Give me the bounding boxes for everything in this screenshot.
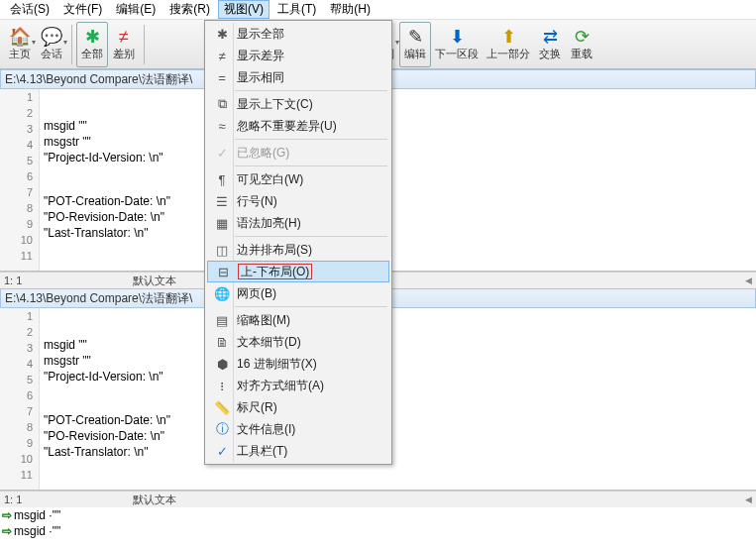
cursor-position-bottom: 1: 1 — [4, 494, 123, 505]
menu-edit[interactable]: 编辑(E) — [110, 1, 162, 18]
session-button[interactable]: 💬 会话▾ — [36, 22, 67, 67]
menu-ignored: ✓已忽略(G) — [207, 142, 389, 164]
menu-webpage[interactable]: 🌐网页(B) — [207, 282, 389, 304]
home-button[interactable]: 🏠 主页▾ — [4, 22, 36, 67]
check-icon: ✓ — [211, 144, 233, 162]
hex-icon: ⬢ — [211, 355, 233, 373]
overunder-icon: ⊟ — [212, 263, 234, 280]
sidebyside-icon: ◫ — [211, 241, 233, 259]
thumb-icon: ▤ — [211, 311, 233, 329]
home-icon: 🏠 — [10, 27, 30, 47]
globe-icon: 🌐 — [211, 284, 233, 302]
menu-session[interactable]: 会话(S) — [4, 1, 55, 18]
whitespace-icon: ¶ — [211, 170, 233, 188]
menu-hex-detail[interactable]: ⬢16 进制细节(X) — [207, 353, 389, 375]
menu-search[interactable]: 搜索(R) — [163, 1, 216, 18]
approx-icon: ≈ — [211, 117, 233, 135]
ruler-icon: 📏 — [211, 398, 233, 416]
up-arrow-icon: ⬆ — [498, 27, 518, 47]
encoding-label-bottom: 默认文本 — [123, 493, 745, 507]
path-text: E:\4.13\Beyond Compare\法语翻译\ — [5, 71, 192, 88]
gutter-bottom: 1234567891011 — [0, 308, 40, 490]
menu-show-all[interactable]: ✱显示全部 — [207, 23, 389, 45]
arrow-icon: ⇨ — [2, 508, 12, 522]
cursor-position: 1: 1 — [4, 275, 123, 286]
down-arrow-icon: ⬇ — [447, 27, 467, 47]
menu-thumbnail[interactable]: ▤缩略图(M) — [207, 309, 389, 331]
menu-file[interactable]: 文件(F) — [57, 1, 108, 18]
view-menu-dropdown: ✱显示全部 ≠显示差异 =显示相同 ⧉显示上下文(C) ≈忽略不重要差异(U) … — [204, 20, 392, 465]
not-equal-icon: ≠ — [114, 27, 134, 47]
menu-toolbars[interactable]: ✓工具栏(T) — [207, 440, 389, 462]
detail-line-2: ⇨msgid ·"" — [0, 523, 756, 539]
arrow-icon: ⇨ — [2, 524, 12, 538]
menu-syntax-highlight[interactable]: ▦语法加亮(H) — [207, 212, 389, 234]
menu-over-under[interactable]: ⊟上-下布局(O) — [207, 261, 389, 282]
check-icon: ✓ — [211, 442, 233, 460]
detail-pane: ⇨msgid ·"" ⇨msgid ·"" — [0, 507, 756, 539]
syntax-icon: ▦ — [211, 214, 233, 232]
asterisk-icon: ✱ — [211, 25, 233, 43]
gutter-top: 1234567891011 — [0, 89, 40, 271]
lineno-icon: ☰ — [211, 192, 233, 210]
code-content-top[interactable]: msgid ""msgstr """Project-Id-Version: \n… — [40, 89, 756, 271]
reload-icon: ⟳ — [572, 27, 592, 47]
menu-view[interactable]: 视图(V) — [218, 0, 270, 19]
menu-show-context[interactable]: ⧉显示上下文(C) — [207, 93, 389, 115]
menu-side-by-side[interactable]: ◫边并排布局(S) — [207, 239, 389, 261]
session-icon: 💬 — [42, 27, 61, 47]
text-detail-icon: 🗎 — [211, 333, 233, 351]
swap-icon: ⇄ — [540, 27, 560, 47]
menu-tools[interactable]: 工具(T) — [271, 1, 322, 18]
menu-show-same[interactable]: =显示相同 — [207, 66, 389, 88]
menu-bar: 会话(S) 文件(F) 编辑(E) 搜索(R) 视图(V) 工具(T) 帮助(H… — [0, 0, 756, 20]
reload-button[interactable]: ⟳ 重载 — [566, 22, 597, 67]
menu-text-detail[interactable]: 🗎文本细节(D) — [207, 331, 389, 353]
info-icon: ⓘ — [211, 420, 233, 438]
menu-align-detail[interactable]: ⫶对齐方式细节(A) — [207, 375, 389, 396]
diff-button[interactable]: ≠ 差别 — [108, 22, 140, 67]
menu-help[interactable]: 帮助(H) — [324, 1, 377, 18]
swap-button[interactable]: ⇄ 交换 — [534, 22, 566, 67]
detail-line-1: ⇨msgid ·"" — [0, 507, 756, 523]
not-equal-icon: ≠ — [211, 47, 233, 64]
align-icon: ⫶ — [211, 377, 233, 394]
menu-line-numbers[interactable]: ☰行号(N) — [207, 190, 389, 212]
menu-ruler[interactable]: 📏标尺(R) — [207, 396, 389, 418]
code-content-bottom[interactable]: msgid ""msgstr """Project-Id-Version: \n… — [40, 308, 756, 490]
menu-show-diff[interactable]: ≠显示差异 — [207, 45, 389, 66]
menu-file-info[interactable]: ⓘ文件信息(I) — [207, 418, 389, 440]
next-section-button[interactable]: ⬇ 下一区段 — [431, 22, 483, 67]
path-text-bottom: E:\4.13\Beyond Compare\法语翻译\ — [5, 290, 192, 307]
equal-icon: = — [211, 68, 233, 86]
prev-part-button[interactable]: ⬆ 上一部分 — [483, 22, 534, 67]
asterisk-icon: ✱ — [82, 27, 102, 47]
status-bar-bottom: 1: 1 默认文本 ◀ — [0, 491, 756, 507]
edit-button[interactable]: ✎ 编辑 — [399, 22, 431, 67]
context-icon: ⧉ — [211, 95, 233, 113]
all-button[interactable]: ✱ 全部 — [76, 22, 108, 67]
menu-visible-whitespace[interactable]: ¶可见空白(W) — [207, 168, 389, 190]
pencil-icon: ✎ — [405, 27, 425, 47]
menu-ignore-unimportant[interactable]: ≈忽略不重要差异(U) — [207, 115, 389, 137]
